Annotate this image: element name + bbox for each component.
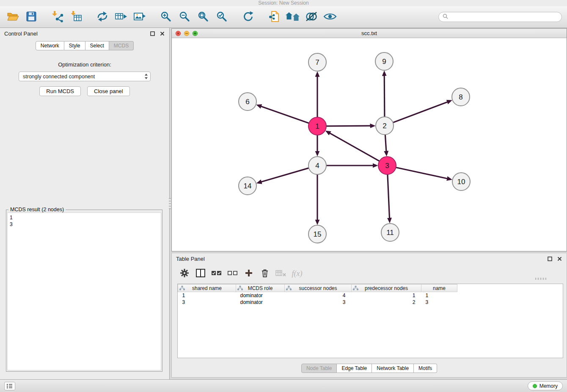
graph-edge-1-6[interactable] [261, 106, 309, 123]
graph-edge-3-1[interactable] [330, 133, 380, 161]
column-header-label: predecessor nodes [365, 285, 408, 291]
image-export-button[interactable] [132, 9, 147, 25]
float-panel-icon[interactable] [150, 31, 155, 36]
table-export-icon [115, 11, 127, 23]
graph-edge-2-8[interactable] [393, 102, 448, 123]
column-attribute-icon [353, 286, 358, 292]
vertical-splitter-handle[interactable] [169, 198, 171, 209]
table-cell[interactable]: 4 [285, 292, 352, 299]
clear-checkboxes-button[interactable] [226, 267, 239, 280]
table-cell[interactable]: 3 [285, 299, 352, 306]
zoom-check-button[interactable] [214, 9, 229, 25]
split-columns-button[interactable] [194, 267, 207, 280]
graph-edge-3-10[interactable] [396, 167, 447, 178]
graph-edge-4-14[interactable] [261, 168, 309, 182]
gear-button[interactable] [178, 267, 191, 280]
float-table-panel-icon[interactable] [547, 256, 553, 262]
tab-edge-table[interactable]: Edge Table [337, 364, 372, 373]
graph-node-14[interactable]: 14 [239, 177, 256, 195]
select-all-checkboxes-button[interactable] [210, 267, 223, 280]
graph-node-6[interactable]: 6 [239, 93, 256, 110]
import-network-button[interactable] [50, 9, 65, 25]
graph-edge-2-3[interactable] [385, 135, 386, 151]
close-panel-icon[interactable] [160, 31, 165, 36]
table-cell[interactable]: 1 [421, 292, 457, 299]
window-traffic-lights[interactable] [175, 30, 201, 38]
swap-arrows-button[interactable] [95, 9, 110, 25]
tab-motifs[interactable]: Motifs [414, 364, 437, 373]
tab-node-table[interactable]: Node Table [301, 364, 337, 373]
zoom-in-button[interactable] [158, 9, 173, 25]
graph-node-10[interactable]: 10 [452, 173, 470, 190]
import-table-button[interactable] [69, 9, 84, 25]
table-row[interactable]: 1dominator411 [178, 292, 457, 299]
run-mcds-button[interactable]: Run MCDS [39, 86, 81, 96]
function-builder-icon: f(x) [292, 269, 303, 278]
table-cell[interactable]: dominator [236, 299, 285, 306]
task-history-button[interactable] [4, 382, 15, 390]
zoom-fit-button[interactable] [195, 9, 211, 25]
tab-network[interactable]: Network [36, 41, 64, 50]
mcds-result-item: 3 [10, 221, 159, 228]
delete-column-button [274, 267, 288, 280]
table-cell[interactable]: 2 [352, 299, 421, 306]
graph-node-1[interactable]: 1 [308, 117, 326, 135]
table-cell[interactable]: 3 [178, 299, 236, 306]
graph-node-7[interactable]: 7 [308, 53, 326, 71]
graph-node-3[interactable]: 3 [378, 157, 396, 174]
graph-node-15[interactable]: 15 [308, 225, 326, 243]
save-button[interactable] [24, 9, 39, 25]
memory-button[interactable]: Memory [528, 381, 563, 390]
tab-mcds[interactable]: MCDS [109, 41, 134, 50]
close-panel-button[interactable]: Close panel [87, 86, 130, 96]
houses-button[interactable] [285, 9, 300, 25]
venn-slash-button[interactable] [304, 9, 319, 25]
refresh-button[interactable] [240, 9, 256, 25]
open-folder-button[interactable] [5, 9, 20, 25]
split-columns-icon [196, 269, 205, 279]
toolbar-group [240, 9, 256, 25]
column-attribute-icon [237, 286, 243, 292]
graph-node-9[interactable]: 9 [375, 52, 393, 70]
tab-select[interactable]: Select [85, 41, 109, 50]
window-title-bar: Session: New Session [0, 0, 567, 6]
search-input[interactable] [450, 14, 558, 20]
clear-checkboxes-icon [227, 270, 238, 278]
table-row[interactable]: 3dominator323 [178, 299, 457, 306]
document-share-button[interactable] [267, 9, 282, 25]
graph-edge-2-9[interactable] [384, 76, 385, 117]
add-plus-button[interactable] [242, 267, 256, 280]
close-table-panel-icon[interactable] [557, 256, 562, 262]
horizontal-splitter-handle[interactable] [535, 278, 546, 280]
graph-node-2[interactable]: 2 [376, 117, 394, 135]
table-export-button[interactable] [113, 9, 129, 25]
search-field[interactable] [438, 12, 562, 22]
table-cell[interactable]: 3 [421, 299, 457, 306]
graph-edge-3-11[interactable] [388, 174, 390, 218]
table-cell[interactable]: dominator [236, 292, 285, 299]
tab-network-table[interactable]: Network Table [372, 364, 414, 373]
column-header-MCDS-role[interactable]: MCDS role [236, 284, 285, 292]
graph-node-label: 8 [459, 93, 462, 101]
optimization-criterion-select[interactable]: strongly connected component [19, 72, 151, 81]
column-header-shared-name[interactable]: shared name [178, 284, 236, 292]
graph-edge-1-2[interactable] [326, 126, 370, 126]
column-header-predecessor-nodes[interactable]: predecessor nodes [352, 284, 421, 292]
mcds-result-list[interactable]: 13 [7, 213, 161, 370]
table-cell[interactable]: 1 [352, 292, 421, 299]
toolbar-group [95, 9, 147, 25]
network-canvas[interactable]: 7968124314101511 [172, 38, 567, 251]
zoom-out-button[interactable] [177, 9, 192, 25]
tab-style[interactable]: Style [64, 41, 85, 50]
graph-node-4[interactable]: 4 [308, 157, 326, 174]
control-panel: Control Panel NetworkStyleSelectMCDS Opt… [0, 28, 170, 379]
column-header-successor-nodes[interactable]: successor nodes [285, 284, 352, 292]
eye-button[interactable] [322, 9, 338, 25]
table-cell[interactable]: 1 [178, 292, 236, 299]
graph-node-8[interactable]: 8 [452, 88, 470, 106]
graph-node-label: 1 [315, 122, 319, 130]
trash-button[interactable] [258, 267, 272, 280]
column-header-name[interactable]: name [421, 284, 457, 292]
graph-node-11[interactable]: 11 [381, 224, 399, 241]
network-graph[interactable]: 7968124314101511 [172, 38, 567, 251]
